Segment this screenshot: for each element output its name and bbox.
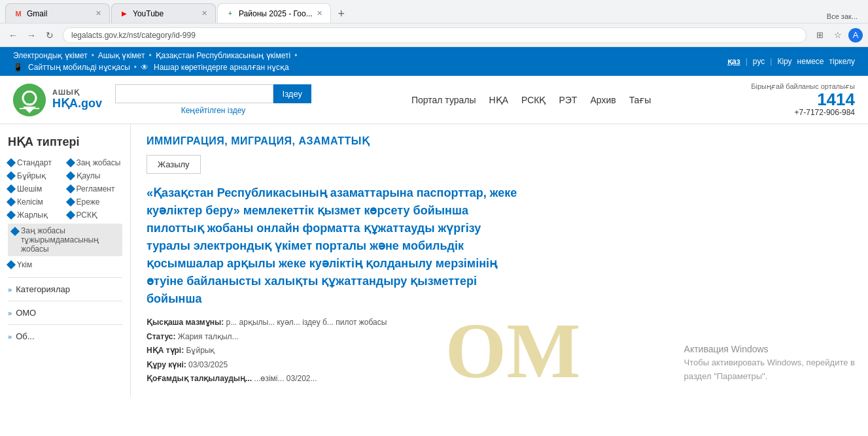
meta-created: Құру күні: 03/03/2025	[147, 358, 852, 373]
status-label: Статус:	[147, 332, 175, 341]
diamond-icon-3	[65, 171, 75, 180]
chevron-right-icon-other: »	[8, 333, 12, 341]
blind-link[interactable]: Нашар көретіндерге арналған нұсқа	[154, 63, 289, 72]
diamond-icon-4	[7, 184, 16, 193]
lang-kaz-btn[interactable]: қаз	[727, 57, 740, 66]
forward-button[interactable]: →	[24, 27, 39, 43]
tag-reglament[interactable]: Регламент	[67, 184, 123, 193]
address-bar[interactable]: legalacts.gov.kz/nst/category/id-999	[63, 27, 807, 43]
nka-tags-grid: Стандарт Заң жобасы Бұйрық Қаулы Шешім Р…	[8, 158, 122, 269]
tag-standart-label: Стандарт	[17, 158, 52, 167]
register-link[interactable]: тіркелу	[829, 57, 856, 66]
browser-tabs-bar: M Gmail ✕ ▶ YouTube ✕ + Районы 2025 - Го…	[0, 0, 868, 24]
tag-buyryk[interactable]: Бұйрық	[8, 171, 63, 180]
logo-text: АШЫҚ НҚА.gov	[52, 88, 102, 111]
search-button[interactable]: Іздеу	[273, 84, 311, 103]
tag-ukim[interactable]: Үкім	[8, 260, 63, 269]
tag-full[interactable]: Заң жобасы тұжырымдамасының жобасы	[8, 224, 122, 256]
nav-portal[interactable]: Портал туралы	[411, 95, 476, 105]
lang-rus-btn[interactable]: рус	[753, 57, 765, 66]
refresh-button[interactable]: ↻	[42, 27, 58, 43]
extensions-button[interactable]: ⊞	[812, 27, 827, 43]
youtube-favicon: ▶	[120, 9, 129, 18]
article-meta: Қысқаша мазмұны: p... арқылы... куәл... …	[147, 316, 852, 386]
mobile-link[interactable]: Сайттың мобильді нұсқасы	[28, 63, 130, 72]
diamond-icon-8	[7, 210, 16, 220]
main-nav: Портал туралы НҚА РСКҚ РЭТ Архив Тағы	[324, 95, 738, 105]
login-link[interactable]: Кіру	[777, 57, 791, 66]
search-area: Іздеу Кеңейтілген іздеу	[115, 84, 311, 115]
nav-nka[interactable]: НҚА	[489, 95, 508, 105]
egov-link[interactable]: Электрондық үкімет	[13, 51, 88, 60]
tab-youtube-close[interactable]: ✕	[201, 9, 207, 18]
sep4: •	[134, 63, 137, 72]
logo-area[interactable]: АШЫҚ НҚА.gov	[13, 84, 102, 116]
tag-sheshim[interactable]: Шешім	[8, 184, 63, 193]
lang-divider: |	[746, 57, 748, 66]
tab-gmail[interactable]: M Gmail ✕	[5, 3, 110, 23]
sidebar-section-categories[interactable]: » Категориялар	[8, 277, 122, 301]
content-area: НҚА типтері Стандарт Заң жобасы Бұйрық Қ…	[0, 124, 868, 397]
tag-reglament-label: Регламент	[77, 184, 115, 193]
search-input[interactable]	[115, 84, 273, 103]
tag-rskk[interactable]: РСКҚ	[67, 210, 123, 220]
summary-value: p... арқылы... куәл... іздеу б... пилот …	[226, 318, 387, 327]
new-tab-button[interactable]: +	[332, 5, 351, 23]
open-gov-link[interactable]: Ашық үкімет	[98, 51, 145, 60]
or-text: немесе	[797, 57, 824, 66]
tab-active-close[interactable]: ✕	[317, 9, 322, 18]
gov-link[interactable]: Қазақстан Республикасының үкіметі	[156, 51, 291, 60]
meta-summary: Қысқаша мазмұны: p... арқылы... куәл... …	[147, 316, 852, 330]
logo-bottom-text: НҚА.gov	[52, 97, 102, 111]
tab-active[interactable]: + Районы 2025 - Гоо... ✕	[217, 3, 331, 23]
profile-button[interactable]: A	[848, 28, 863, 42]
tag-kauly[interactable]: Қаулы	[67, 171, 123, 180]
tab-youtube[interactable]: ▶ YouTube ✕	[111, 3, 216, 23]
sep2: •	[148, 51, 151, 60]
sidebar-section-other[interactable]: » Об...	[8, 324, 122, 348]
diamond-icon-ukim	[7, 260, 16, 269]
nav-ret[interactable]: РЭТ	[559, 95, 577, 105]
logo-top-text: АШЫҚ	[52, 88, 102, 97]
sidebar-other-label: Об...	[16, 331, 34, 341]
tag-ereje-label: Ереже	[77, 197, 100, 207]
created-label: Құру күні:	[147, 360, 186, 369]
sidebar-categories-label: Категориялар	[16, 284, 70, 294]
contact-area: Бірыңғай байланыс орталығы 1414 +7-7172-…	[751, 82, 855, 117]
sidebar-section-omo[interactable]: » ОМО	[8, 301, 122, 324]
meta-status: Статус: Жария талқыл...	[147, 330, 852, 344]
top-banner: Электрондық үкімет • Ашық үкімет • Қазақ…	[0, 47, 868, 76]
auth-divider: |	[770, 57, 772, 66]
nav-rskk[interactable]: РСКҚ	[521, 95, 546, 105]
sep1: •	[92, 51, 94, 60]
tab-gmail-close[interactable]: ✕	[95, 9, 101, 18]
tag-standart[interactable]: Стандарт	[8, 158, 63, 167]
subscribe-button[interactable]: Жазылу	[147, 155, 201, 174]
category-title: ИММИГРАЦИЯ, МИГРАЦИЯ, АЗАМАТТЫҚ	[147, 135, 852, 147]
tag-zharlyk[interactable]: Жарлық	[8, 210, 63, 220]
diamond-icon-5	[65, 184, 75, 193]
sep3: •	[294, 51, 297, 60]
search-row: Іздеу	[115, 84, 311, 103]
nav-archive[interactable]: Архив	[590, 95, 616, 105]
main-content: ИММИГРАЦИЯ, МИГРАЦИЯ, АЗАМАТТЫҚ Жазылу «…	[131, 124, 868, 397]
tag-kelisim[interactable]: Келісім	[8, 197, 63, 207]
meta-public-discuss: Қоғамдық талқылаудың... ...өзімі... 03/2…	[147, 372, 852, 386]
sidebar-omo-label: ОМО	[16, 308, 36, 318]
tag-ereje[interactable]: Ереже	[67, 197, 123, 207]
nav-more[interactable]: Тағы	[629, 95, 651, 105]
browser-chrome: ← → ↻ legalacts.gov.kz/nst/category/id-9…	[0, 24, 868, 47]
tab-youtube-label: YouTube	[133, 9, 198, 18]
tag-rskk-label: РСКҚ	[77, 210, 98, 220]
back-button[interactable]: ←	[5, 27, 21, 43]
contact-number: 1414	[751, 91, 855, 108]
diamond-icon-full	[10, 227, 20, 236]
bookmark-button[interactable]: ☆	[830, 27, 846, 43]
top-banner-right: қаз | рус | Кіру немесе тіркелу	[727, 57, 855, 66]
tag-ukim-label: Үкім	[17, 260, 32, 269]
tab-active-label: Районы 2025 - Гоо...	[239, 9, 313, 18]
top-banner-left: Электрондық үкімет • Ашық үкімет • Қазақ…	[13, 51, 297, 72]
all-tabs-button[interactable]: Все зак...	[822, 10, 863, 23]
tag-zan-zhobasy[interactable]: Заң жобасы	[67, 158, 123, 167]
advanced-search-link[interactable]: Кеңейтілген іздеу	[115, 106, 311, 115]
